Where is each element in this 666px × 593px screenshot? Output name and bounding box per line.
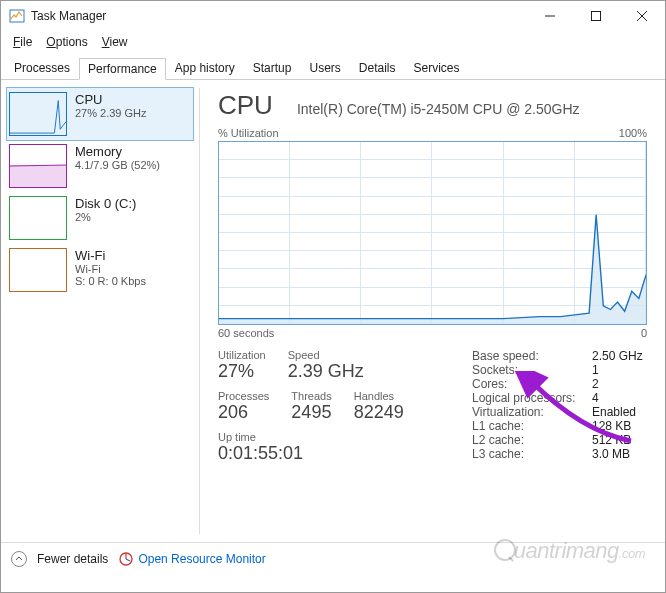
svg-line-8 bbox=[126, 559, 130, 561]
footer-bar: Fewer details Open Resource Monitor bbox=[1, 542, 665, 575]
l1-k: L1 cache: bbox=[472, 419, 592, 433]
chart-xright: 0 bbox=[641, 327, 647, 339]
virt-v: Enabled bbox=[592, 405, 636, 419]
chart-ylabel: % Utilization bbox=[218, 127, 279, 139]
svg-rect-5 bbox=[10, 165, 66, 187]
tab-bar: Processes Performance App history Startu… bbox=[1, 57, 665, 80]
sidebar-item-memory[interactable]: Memory4.1/7.9 GB (52%) bbox=[7, 140, 193, 192]
l3-v: 3.0 MB bbox=[592, 447, 630, 461]
proc-label: Processes bbox=[218, 390, 269, 402]
speed-value: 2.39 GHz bbox=[288, 361, 364, 382]
base-speed-k: Base speed: bbox=[472, 349, 592, 363]
speed-label: Speed bbox=[288, 349, 364, 361]
wifi-sub2: S: 0 R: 0 Kbps bbox=[75, 275, 146, 287]
open-resource-monitor-link[interactable]: Open Resource Monitor bbox=[118, 551, 265, 567]
handles-value: 82249 bbox=[354, 402, 404, 423]
tab-details[interactable]: Details bbox=[350, 57, 405, 79]
tab-startup[interactable]: Startup bbox=[244, 57, 301, 79]
menu-view[interactable]: View bbox=[96, 33, 134, 51]
uptime-label: Up time bbox=[218, 431, 448, 443]
memory-mini-chart bbox=[9, 144, 67, 188]
sidebar-item-cpu[interactable]: CPU27% 2.39 GHz bbox=[7, 88, 193, 140]
cpu-name: Intel(R) Core(TM) i5-2450M CPU @ 2.50GHz bbox=[297, 101, 580, 117]
menu-options[interactable]: Options bbox=[40, 33, 93, 51]
svg-rect-2 bbox=[592, 12, 601, 21]
menu-file[interactable]: File bbox=[7, 33, 38, 51]
minimize-button[interactable] bbox=[527, 1, 573, 31]
wifi-mini-chart bbox=[9, 248, 67, 292]
fewer-details-link[interactable]: Fewer details bbox=[37, 552, 108, 566]
cpu-mini-chart bbox=[9, 92, 67, 136]
cpu-utilization-chart bbox=[218, 141, 647, 325]
l2-v: 512 KB bbox=[592, 433, 631, 447]
tab-users[interactable]: Users bbox=[300, 57, 349, 79]
disk-mini-chart bbox=[9, 196, 67, 240]
logical-v: 4 bbox=[592, 391, 599, 405]
close-button[interactable] bbox=[619, 1, 665, 31]
task-manager-icon bbox=[9, 8, 25, 24]
handles-label: Handles bbox=[354, 390, 404, 402]
l1-v: 128 KB bbox=[592, 419, 631, 433]
cpu-detail-panel: CPU Intel(R) Core(TM) i5-2450M CPU @ 2.5… bbox=[200, 80, 665, 542]
l3-k: L3 cache: bbox=[472, 447, 592, 461]
cpu-title: CPU bbox=[75, 92, 147, 107]
threads-value: 2495 bbox=[291, 402, 331, 423]
cores-v: 2 bbox=[592, 377, 599, 391]
base-speed-v: 2.50 GHz bbox=[592, 349, 643, 363]
tab-performance[interactable]: Performance bbox=[79, 58, 166, 80]
sockets-k: Sockets: bbox=[472, 363, 592, 377]
chart-ymax: 100% bbox=[619, 127, 647, 139]
memory-title: Memory bbox=[75, 144, 160, 159]
resource-monitor-icon bbox=[118, 551, 134, 567]
logical-k: Logical processors: bbox=[472, 391, 592, 405]
uptime-value: 0:01:55:01 bbox=[218, 443, 448, 464]
util-label: Utilization bbox=[218, 349, 266, 361]
disk-sub: 2% bbox=[75, 211, 136, 223]
cpu-sub: 27% 2.39 GHz bbox=[75, 107, 147, 119]
l2-k: L2 cache: bbox=[472, 433, 592, 447]
performance-sidebar: CPU27% 2.39 GHz Memory4.1/7.9 GB (52%) D… bbox=[1, 80, 199, 542]
titlebar: Task Manager bbox=[1, 1, 665, 31]
virt-k: Virtualization: bbox=[472, 405, 592, 419]
cpu-heading: CPU bbox=[218, 90, 273, 121]
sidebar-item-disk[interactable]: Disk 0 (C:)2% bbox=[7, 192, 193, 244]
chevron-up-icon[interactable] bbox=[11, 551, 27, 567]
tab-services[interactable]: Services bbox=[405, 57, 469, 79]
util-value: 27% bbox=[218, 361, 266, 382]
menubar: File Options View bbox=[1, 31, 665, 53]
proc-value: 206 bbox=[218, 402, 269, 423]
memory-sub: 4.1/7.9 GB (52%) bbox=[75, 159, 160, 171]
sidebar-item-wifi[interactable]: Wi-FiWi-FiS: 0 R: 0 Kbps bbox=[7, 244, 193, 296]
window-title: Task Manager bbox=[31, 9, 527, 23]
tab-app-history[interactable]: App history bbox=[166, 57, 244, 79]
sockets-v: 1 bbox=[592, 363, 599, 377]
wifi-title: Wi-Fi bbox=[75, 248, 146, 263]
threads-label: Threads bbox=[291, 390, 331, 402]
cores-k: Cores: bbox=[472, 377, 592, 391]
tab-processes[interactable]: Processes bbox=[5, 57, 79, 79]
disk-title: Disk 0 (C:) bbox=[75, 196, 136, 211]
wifi-sub: Wi-Fi bbox=[75, 263, 146, 275]
chart-xleft: 60 seconds bbox=[218, 327, 274, 339]
maximize-button[interactable] bbox=[573, 1, 619, 31]
